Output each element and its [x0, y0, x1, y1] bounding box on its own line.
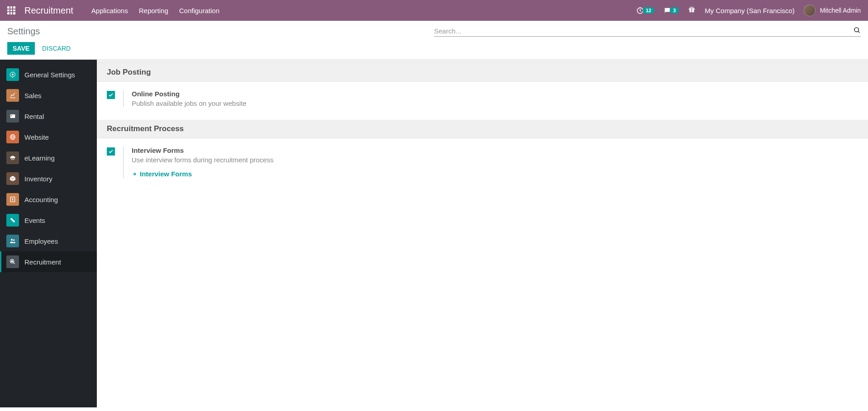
user-menu[interactable]: Mitchell Admin	[804, 5, 861, 16]
sidebar-item-label: Sales	[24, 92, 42, 99]
arrow-right-icon	[132, 171, 137, 177]
activity-count-badge: 12	[643, 7, 654, 14]
messages-button[interactable]: 3	[663, 7, 679, 14]
svg-rect-10	[11, 115, 12, 116]
section-header-recruitment-process: Recruitment Process	[97, 120, 868, 138]
dollar-icon	[6, 193, 19, 206]
checkbox-interview-forms[interactable]	[107, 147, 115, 156]
setting-title: Interview Forms	[132, 146, 858, 154]
company-selector[interactable]: My Company (San Francisco)	[705, 7, 794, 14]
sidebar-item-inventory[interactable]: Inventory	[0, 168, 97, 189]
graduation-icon	[6, 151, 19, 164]
box-icon	[6, 172, 19, 185]
key-icon	[6, 110, 19, 123]
avatar	[804, 5, 816, 16]
sidebar-item-label: eLearning	[24, 154, 55, 162]
setting-title: Online Posting	[132, 90, 858, 98]
sidebar-item-elearning[interactable]: eLearning	[0, 147, 97, 168]
search-input[interactable]	[434, 27, 854, 35]
search-bar[interactable]	[434, 27, 861, 37]
checkbox-online-posting[interactable]	[107, 91, 115, 99]
svg-rect-3	[692, 9, 692, 13]
svg-point-15	[11, 239, 13, 241]
ticket-icon	[6, 214, 19, 227]
sidebar-item-label: Inventory	[24, 175, 52, 183]
sidebar-item-rental[interactable]: Rental	[0, 106, 97, 127]
menu-reporting[interactable]: Reporting	[139, 7, 168, 14]
chart-icon	[6, 89, 19, 102]
svg-point-6	[854, 28, 858, 32]
svg-rect-9	[10, 114, 15, 118]
activities-button[interactable]: 12	[636, 7, 654, 14]
interview-forms-link[interactable]: Interview Forms	[132, 170, 192, 178]
svg-point-5	[692, 7, 694, 9]
svg-line-7	[858, 31, 859, 33]
divider	[123, 90, 124, 107]
svg-line-18	[14, 263, 15, 264]
gear-icon	[6, 68, 19, 81]
apps-menu-icon[interactable]	[7, 6, 15, 14]
navbar-menu: Applications Reporting Configuration	[91, 7, 219, 14]
svg-point-8	[12, 74, 14, 76]
magnify-person-icon	[6, 255, 19, 268]
user-name: Mitchell Admin	[820, 7, 861, 14]
menu-configuration[interactable]: Configuration	[179, 7, 219, 14]
sidebar-item-accounting[interactable]: Accounting	[0, 189, 97, 210]
navbar-right: 12 3 My Company (San Francisco) Mitchell…	[636, 5, 861, 16]
search-icon[interactable]	[854, 27, 861, 35]
link-label: Interview Forms	[140, 170, 192, 178]
sidebar-item-label: Website	[24, 133, 49, 141]
sidebar-item-events[interactable]: Events	[0, 210, 97, 231]
section-header-job-posting: Job Posting	[97, 63, 868, 82]
sidebar-item-label: Recruitment	[24, 258, 61, 266]
settings-content: Job Posting Online Posting Publish avail…	[97, 60, 868, 407]
setting-interview-forms: Interview Forms Use interview forms duri…	[107, 146, 858, 178]
svg-point-16	[13, 239, 14, 241]
breadcrumb: Settings	[7, 26, 434, 37]
sidebar-item-label: General Settings	[24, 71, 75, 79]
sidebar-item-label: Rental	[24, 113, 44, 120]
app-brand[interactable]: Recruitment	[24, 5, 73, 16]
message-count-badge: 3	[670, 7, 679, 14]
sidebar-item-label: Events	[24, 217, 45, 224]
sidebar-item-sales[interactable]: Sales	[0, 85, 97, 106]
gift-button[interactable]	[688, 6, 696, 15]
sidebar-item-label: Employees	[24, 237, 58, 245]
sidebar-item-label: Accounting	[24, 196, 58, 203]
setting-online-posting: Online Posting Publish available jobs on…	[107, 90, 858, 107]
setting-description: Use interview forms during recruitment p…	[132, 156, 858, 164]
save-button[interactable]: SAVE	[7, 42, 35, 55]
sidebar-item-recruitment[interactable]: Recruitment	[0, 251, 97, 272]
menu-applications[interactable]: Applications	[91, 7, 128, 14]
control-panel: Settings SAVE DISCARD	[0, 21, 868, 60]
setting-description: Publish available jobs on your website	[132, 99, 858, 107]
sidebar-item-general-settings[interactable]: General Settings	[0, 64, 97, 85]
top-navbar: Recruitment Applications Reporting Confi…	[0, 0, 868, 21]
settings-sidebar: General Settings Sales Rental Website eL…	[0, 60, 97, 407]
sidebar-item-website[interactable]: Website	[0, 127, 97, 147]
gift-icon	[688, 6, 696, 14]
sidebar-item-employees[interactable]: Employees	[0, 231, 97, 251]
people-icon	[6, 235, 19, 247]
discard-button[interactable]: DISCARD	[38, 42, 74, 55]
divider	[123, 146, 124, 178]
svg-point-4	[690, 7, 692, 9]
globe-icon	[6, 131, 19, 143]
